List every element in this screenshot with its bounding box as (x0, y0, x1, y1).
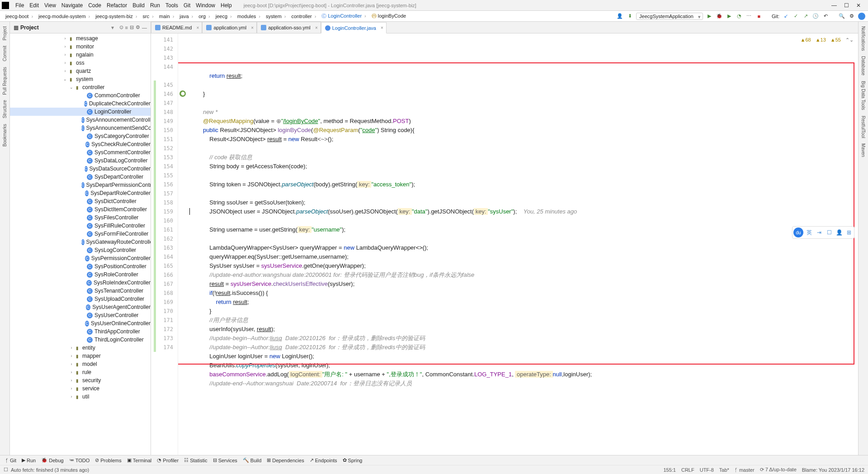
tree-node[interactable]: ›▮entity (10, 344, 151, 352)
baidu-icon[interactable]: du (793, 228, 803, 237)
tree-node[interactable]: ›▮quartz (10, 67, 151, 75)
code-line[interactable]: String body = getAccessToken(code); (190, 162, 858, 171)
line-separator[interactable]: CRLF (681, 467, 694, 473)
code-line[interactable]: String token = JSONObject.parseObject(bo… (190, 180, 858, 189)
code-area[interactable]: ▲68 ▲13 ▲55 ⌃⌄ return result; } new * @R… (178, 33, 858, 455)
breadcrumb-seg[interactable]: jeecg (213, 14, 235, 19)
tree-node[interactable]: CSysDictController (10, 197, 151, 205)
tree-node[interactable]: CSysAnnouncementController (10, 116, 151, 124)
tab-close-icon[interactable]: × (315, 25, 318, 30)
editor[interactable]: 141142143144145146⬤147148149150151152153… (151, 33, 858, 455)
tree-node[interactable]: ⌄▮system (10, 75, 151, 83)
rail-maven[interactable]: Maven (860, 141, 867, 160)
rail-bookmarks[interactable]: Bookmarks (1, 121, 8, 149)
tool-run[interactable]: ▶Run (19, 457, 38, 463)
file-encoding[interactable]: UTF-8 (700, 467, 714, 473)
tree-node[interactable]: CDuplicateCheckController (10, 100, 151, 108)
tree-node[interactable]: CCommonController (10, 91, 151, 100)
tool-endpoints[interactable]: ↗Endpoints (307, 457, 340, 463)
lang-badge[interactable]: 英 (805, 228, 813, 237)
breadcrumb-seg[interactable]: Ⓒ LoginController (319, 13, 368, 19)
menu-help[interactable]: Help (218, 2, 235, 9)
code-line[interactable]: //用户登录信息 (190, 316, 858, 325)
tool-statistic[interactable]: ☷Statistic (181, 457, 210, 463)
code-line[interactable]: BeanUtils.copyProperties(sysUser, loginU… (190, 361, 858, 370)
expand-all-icon[interactable]: ≡ (125, 25, 128, 30)
code-line[interactable] (190, 171, 858, 180)
git-push-icon[interactable]: ↗ (802, 13, 809, 20)
tree-node[interactable]: CSysGatewayRouteController (10, 238, 151, 246)
menu-tools[interactable]: Tools (163, 2, 181, 9)
editor-tab[interactable]: README.md× (151, 22, 202, 33)
breadcrumb-seg[interactable]: system (263, 14, 289, 19)
code-line[interactable]: //update-end-author:wangshuai date:20200… (190, 270, 858, 280)
tree-node[interactable]: CSysDictItemController (10, 205, 151, 213)
code-line[interactable]: public Result<JSONObject> loginByCode(@R… (190, 126, 858, 135)
code-line[interactable] (190, 99, 858, 108)
code-line[interactable]: LambdaQueryWrapper<SysUser> queryWrapper… (190, 243, 858, 252)
rail-notifications[interactable]: Notifications (860, 24, 867, 53)
tree-node[interactable]: CSysCommentController (10, 148, 151, 156)
float-icon-4[interactable]: ⊞ (845, 228, 853, 237)
tool-profiler[interactable]: ◔Profiler (154, 457, 181, 463)
float-icon-2[interactable]: ☐ (825, 228, 833, 237)
menu-run[interactable]: Run (147, 2, 163, 9)
tree-node[interactable]: ›▮rule (10, 368, 151, 376)
rail-restfultool[interactable]: RestfulTool (860, 113, 867, 141)
code-line[interactable]: //update-begin--Author:liusq Date:202101… (190, 343, 858, 352)
rail-commit[interactable]: Commit (1, 43, 8, 64)
editor-tab[interactable]: application.yml× (202, 22, 257, 33)
tab-close-icon[interactable]: × (197, 25, 199, 30)
code-line[interactable]: //update-begin--Author:liusq Date:202101… (190, 334, 858, 343)
tree-node[interactable]: CSysRoleIndexController (10, 279, 151, 287)
breadcrumb-seg[interactable]: java (177, 14, 196, 19)
rail-structure[interactable]: Structure (1, 97, 8, 121)
code-line[interactable]: return result; (190, 71, 858, 81)
git-status[interactable]: ⟳ 7 Δ/up-to-date (760, 467, 797, 473)
code-line[interactable]: userInfo(sysUser, result); (190, 325, 858, 334)
tree-node[interactable]: CSysCheckRuleController (10, 140, 151, 148)
tree-node[interactable]: ›▮monitor (10, 43, 151, 51)
tool-build[interactable]: 🔨Build (240, 457, 264, 463)
menu-navigate[interactable]: Navigate (59, 2, 85, 9)
tree-node[interactable]: ›▮model (10, 360, 151, 368)
git-branch[interactable]: ᚶ master (735, 467, 755, 473)
tree-node[interactable]: ›▮service (10, 384, 151, 393)
assistant-widget[interactable]: du 英 ⇥ ☐ 👤 ⊞ (792, 226, 854, 239)
tree-node[interactable]: ›▮oss (10, 59, 151, 67)
menu-window[interactable]: Window (193, 2, 218, 9)
code-line[interactable]: String ssoUser = getSsoUser(token); (190, 198, 858, 207)
project-tree[interactable]: ›▮message›▮monitor›▮ngalain›▮oss›▮quartz… (10, 33, 151, 455)
select-opened-icon[interactable]: ⊙ (119, 24, 123, 30)
tab-close-icon[interactable]: × (381, 25, 383, 30)
code-line[interactable] (190, 216, 858, 225)
tree-node[interactable]: CSysUserAgentController (10, 303, 151, 311)
menu-git[interactable]: Git (181, 2, 193, 9)
code-line[interactable]: return result; (190, 298, 858, 307)
avatar-icon[interactable] (858, 13, 865, 20)
breadcrumb-seg[interactable]: controller (289, 14, 319, 19)
tool-dependencies[interactable]: ⊞Dependencies (264, 457, 307, 463)
tree-node[interactable]: CSysLogController (10, 246, 151, 254)
code-line[interactable] (190, 144, 858, 153)
maximize-icon[interactable]: ☐ (844, 2, 849, 9)
rail-big-data-tools[interactable]: Big Data Tools (860, 78, 867, 113)
tree-node[interactable]: CSysUserOnlineController (10, 319, 151, 327)
menu-view[interactable]: View (42, 2, 59, 9)
tool-spring[interactable]: ✿Spring (340, 457, 365, 463)
tree-node[interactable]: CSysDataLogController (10, 156, 151, 165)
tree-node[interactable]: ›▮ngalain (10, 51, 151, 59)
tree-node[interactable]: CSysUserController (10, 311, 151, 319)
debug-icon[interactable]: 🐞 (716, 13, 723, 20)
user-icon[interactable]: 👤 (616, 13, 623, 20)
tree-node[interactable]: CSysCategoryController (10, 132, 151, 140)
breadcrumb-seg[interactable]: main (156, 14, 177, 19)
settings-icon[interactable]: ⚙ (848, 13, 855, 20)
tree-node[interactable]: ›▮message (10, 34, 151, 43)
editor-tab[interactable]: LoginController.java× (321, 22, 387, 33)
tool-services[interactable]: ⊟Services (210, 457, 240, 463)
code-line[interactable] (190, 189, 858, 198)
code-line[interactable]: new * (190, 108, 858, 117)
run-config-selector[interactable]: JeecgSystemApplication ▾ (636, 13, 703, 20)
caret-position[interactable]: 155:1 (663, 467, 676, 473)
